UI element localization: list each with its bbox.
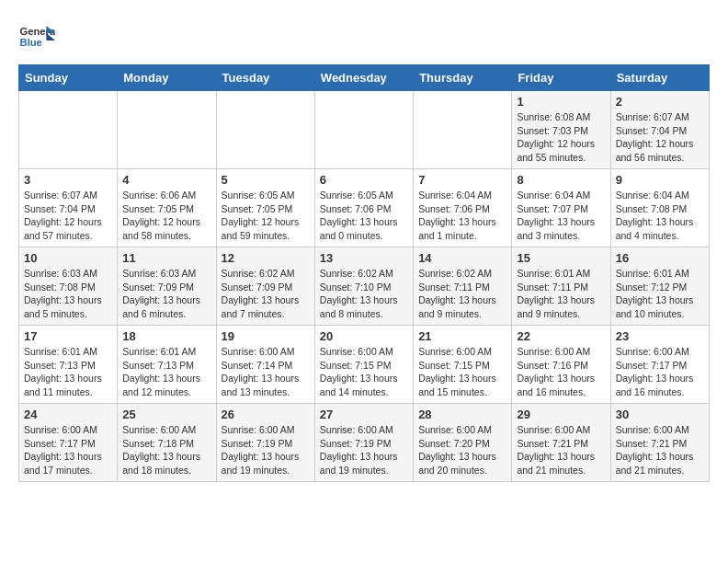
cell-info: Sunrise: 6:03 AM <box>122 267 210 281</box>
cell-info: Daylight: 12 hours and 56 minutes. <box>616 137 704 164</box>
day-number: 21 <box>418 329 506 343</box>
cell-info: Sunrise: 6:00 AM <box>418 345 506 359</box>
day-number: 7 <box>418 173 506 187</box>
cell-info: Daylight: 13 hours and 0 minutes. <box>320 215 408 242</box>
cell-info: Sunset: 7:11 PM <box>517 281 605 294</box>
logo-icon: General Blue <box>18 18 55 55</box>
cell-info: Daylight: 13 hours and 9 minutes. <box>517 293 605 320</box>
day-number: 27 <box>320 408 408 421</box>
calendar-cell: 18Sunrise: 6:01 AMSunset: 7:13 PMDayligh… <box>118 326 216 404</box>
cell-info: Daylight: 13 hours and 21 minutes. <box>517 450 605 477</box>
cell-info: Daylight: 13 hours and 11 minutes. <box>24 372 112 398</box>
cell-info: Daylight: 13 hours and 17 minutes. <box>24 450 112 477</box>
calendar-cell: 30Sunrise: 6:00 AMSunset: 7:21 PMDayligh… <box>610 404 709 482</box>
day-number: 28 <box>418 408 506 421</box>
calendar-cell <box>314 91 413 169</box>
calendar-cell: 17Sunrise: 6:01 AMSunset: 7:13 PMDayligh… <box>19 326 118 404</box>
calendar-cell: 15Sunrise: 6:01 AMSunset: 7:11 PMDayligh… <box>512 247 610 326</box>
calendar-cell: 1Sunrise: 6:08 AMSunset: 7:03 PMDaylight… <box>512 91 610 169</box>
cell-info: Sunset: 7:17 PM <box>24 437 112 451</box>
cell-info: Sunset: 7:08 PM <box>616 202 704 216</box>
day-number: 29 <box>517 408 605 421</box>
cell-info: Sunset: 7:19 PM <box>320 437 408 451</box>
calendar-cell: 2Sunrise: 6:07 AMSunset: 7:04 PMDaylight… <box>610 91 709 169</box>
cell-info: Sunset: 7:06 PM <box>418 202 506 216</box>
cell-info: Sunset: 7:21 PM <box>616 437 704 451</box>
cell-info: Daylight: 13 hours and 4 minutes. <box>616 215 704 242</box>
cell-info: Sunrise: 6:05 AM <box>320 189 408 202</box>
day-number: 24 <box>24 408 112 421</box>
day-number: 1 <box>517 95 605 109</box>
cell-info: Daylight: 13 hours and 16 minutes. <box>517 372 605 398</box>
day-number: 19 <box>222 329 310 343</box>
cell-info: Sunset: 7:13 PM <box>24 359 112 373</box>
cell-info: Sunrise: 6:00 AM <box>517 345 605 359</box>
cell-info: Sunset: 7:13 PM <box>122 359 210 373</box>
cell-info: Sunrise: 6:02 AM <box>222 267 310 281</box>
cell-info: Sunrise: 6:07 AM <box>24 189 112 202</box>
cell-info: Daylight: 12 hours and 58 minutes. <box>122 215 210 242</box>
calendar-cell <box>414 91 512 169</box>
week-row-1: 1Sunrise: 6:08 AMSunset: 7:03 PMDaylight… <box>19 91 710 169</box>
cell-info: Daylight: 13 hours and 10 minutes. <box>616 293 704 320</box>
week-row-2: 3Sunrise: 6:07 AMSunset: 7:04 PMDaylight… <box>19 169 710 247</box>
cell-info: Sunrise: 6:00 AM <box>222 345 310 359</box>
cell-info: Sunset: 7:07 PM <box>517 202 605 216</box>
day-number: 11 <box>122 251 210 265</box>
day-number: 9 <box>616 173 704 187</box>
cell-info: Sunset: 7:16 PM <box>517 359 605 373</box>
cell-info: Sunrise: 6:00 AM <box>222 423 310 437</box>
header-day-saturday: Saturday <box>610 65 709 91</box>
cell-info: Daylight: 13 hours and 7 minutes. <box>222 293 310 320</box>
calendar-cell: 21Sunrise: 6:00 AMSunset: 7:15 PMDayligh… <box>414 326 512 404</box>
calendar-cell: 7Sunrise: 6:04 AMSunset: 7:06 PMDaylight… <box>414 169 512 247</box>
calendar-cell: 11Sunrise: 6:03 AMSunset: 7:09 PMDayligh… <box>118 247 216 326</box>
day-number: 13 <box>320 251 408 265</box>
day-number: 16 <box>616 251 704 265</box>
cell-info: Sunrise: 6:04 AM <box>418 189 506 202</box>
calendar-cell: 27Sunrise: 6:00 AMSunset: 7:19 PMDayligh… <box>314 404 413 482</box>
header-day-tuesday: Tuesday <box>216 65 314 91</box>
cell-info: Sunset: 7:09 PM <box>122 281 210 294</box>
calendar-cell: 22Sunrise: 6:00 AMSunset: 7:16 PMDayligh… <box>512 326 610 404</box>
calendar-cell: 25Sunrise: 6:00 AMSunset: 7:18 PMDayligh… <box>118 404 216 482</box>
header-row: SundayMondayTuesdayWednesdayThursdayFrid… <box>19 65 710 91</box>
cell-info: Sunset: 7:12 PM <box>616 281 704 294</box>
day-number: 3 <box>24 173 112 187</box>
calendar-cell: 29Sunrise: 6:00 AMSunset: 7:21 PMDayligh… <box>512 404 610 482</box>
day-number: 2 <box>616 95 704 109</box>
day-number: 15 <box>517 251 605 265</box>
cell-info: Sunrise: 6:01 AM <box>122 345 210 359</box>
cell-info: Sunrise: 6:00 AM <box>24 423 112 437</box>
cell-info: Sunset: 7:03 PM <box>517 124 605 138</box>
calendar-cell: 6Sunrise: 6:05 AMSunset: 7:06 PMDaylight… <box>314 169 413 247</box>
day-number: 4 <box>122 173 210 187</box>
cell-info: Sunset: 7:20 PM <box>418 437 506 451</box>
day-number: 17 <box>24 329 112 343</box>
day-number: 10 <box>24 251 112 265</box>
cell-info: Sunrise: 6:00 AM <box>320 423 408 437</box>
calendar-cell: 23Sunrise: 6:00 AMSunset: 7:17 PMDayligh… <box>610 326 709 404</box>
cell-info: Daylight: 13 hours and 3 minutes. <box>517 215 605 242</box>
logo: General Blue <box>18 18 55 55</box>
cell-info: Daylight: 13 hours and 20 minutes. <box>418 450 506 477</box>
day-number: 22 <box>517 329 605 343</box>
cell-info: Daylight: 13 hours and 9 minutes. <box>418 293 506 320</box>
page-header: General Blue <box>18 18 710 55</box>
cell-info: Daylight: 13 hours and 18 minutes. <box>122 450 210 477</box>
day-number: 8 <box>517 173 605 187</box>
calendar-cell <box>19 91 118 169</box>
calendar-cell: 3Sunrise: 6:07 AMSunset: 7:04 PMDaylight… <box>19 169 118 247</box>
calendar-cell: 12Sunrise: 6:02 AMSunset: 7:09 PMDayligh… <box>216 247 314 326</box>
cell-info: Daylight: 13 hours and 6 minutes. <box>122 293 210 320</box>
cell-info: Sunset: 7:21 PM <box>517 437 605 451</box>
calendar-cell: 8Sunrise: 6:04 AMSunset: 7:07 PMDaylight… <box>512 169 610 247</box>
day-number: 20 <box>320 329 408 343</box>
cell-info: Sunset: 7:19 PM <box>222 437 310 451</box>
cell-info: Sunrise: 6:00 AM <box>418 423 506 437</box>
cell-info: Daylight: 13 hours and 5 minutes. <box>24 293 112 320</box>
calendar-cell <box>216 91 314 169</box>
cell-info: Daylight: 13 hours and 13 minutes. <box>222 372 310 398</box>
day-number: 12 <box>222 251 310 265</box>
day-number: 26 <box>222 408 310 421</box>
